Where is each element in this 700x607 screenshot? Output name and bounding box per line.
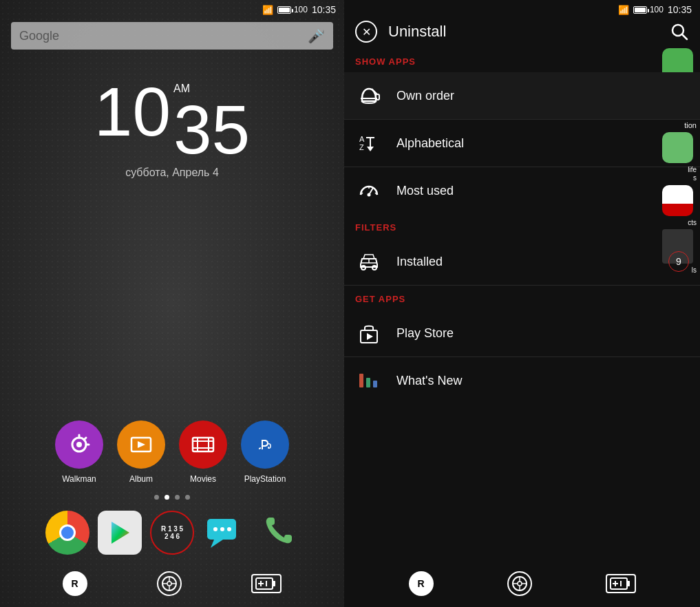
battery-indicator-left: 100	[277, 5, 308, 14]
signal-icon: 📶	[262, 5, 273, 15]
close-icon: ✕	[362, 25, 371, 39]
installed-badge: 9	[668, 251, 689, 272]
menu-item-most-used[interactable]: Most used	[344, 167, 700, 214]
svg-point-52	[518, 582, 522, 586]
svg-rect-50	[373, 381, 377, 387]
header-title: Uninstall	[388, 23, 659, 41]
menu-item-own-order[interactable]: Own order	[344, 72, 700, 119]
page-dot-4	[185, 495, 190, 500]
nav-r-button-right[interactable]: R	[409, 571, 434, 596]
right-panel: tion lifes cts ls 📶 100 10:35 ✕ Uninstal…	[344, 0, 700, 607]
svg-point-16	[220, 527, 224, 531]
battery-percent-right: 100	[650, 5, 664, 14]
svg-marker-47	[367, 333, 373, 340]
menu-item-own-order-label: Own order	[396, 89, 689, 103]
page-dot-1	[154, 495, 159, 500]
svg-point-19	[167, 582, 171, 586]
car-icon	[355, 248, 383, 275]
nav-battery-left[interactable]	[251, 574, 282, 593]
app-movies-label: Movies	[190, 474, 216, 484]
nav-r-button-left[interactable]: R	[63, 571, 87, 596]
nav-steering-left[interactable]	[157, 571, 182, 596]
svg-rect-32	[376, 94, 379, 100]
app-album-label: Album	[129, 474, 153, 484]
search-button[interactable]	[670, 22, 689, 41]
svg-rect-25	[273, 581, 275, 586]
mic-icon[interactable]: 🎤	[308, 28, 325, 44]
clock-date: суббота, Апрель 4	[125, 167, 219, 179]
page-dot-2	[165, 495, 169, 500]
status-bar-right: 📶 100 10:35	[344, 0, 700, 15]
menu-item-installed[interactable]: Installed 9	[344, 238, 700, 285]
svg-rect-7	[193, 438, 213, 451]
time-right: 10:35	[668, 4, 692, 15]
svg-marker-14	[211, 540, 223, 548]
search-bar[interactable]: Google 🎤	[11, 22, 333, 50]
svg-marker-36	[367, 147, 374, 151]
close-button[interactable]: ✕	[355, 21, 377, 43]
clock-widget: 10 AM 35 суббота, Апрель 4	[0, 56, 344, 407]
right-header: ✕ Uninstall	[344, 15, 700, 48]
bottom-nav-left: R	[0, 564, 344, 607]
app-playstation-label: PlayStation	[244, 474, 286, 484]
search-placeholder: Google	[19, 29, 308, 43]
app-album[interactable]: Album	[117, 420, 165, 484]
bag-icon	[355, 319, 383, 347]
helmet-icon	[355, 82, 383, 109]
clock-display: 10 AM 35	[94, 77, 250, 164]
app-walkman-label: Walkman	[62, 474, 96, 484]
svg-text:A: A	[359, 135, 365, 143]
svg-line-3	[84, 438, 86, 440]
installed-count: 9	[676, 256, 681, 267]
gear-text: R 1 3 52 4 6	[161, 525, 183, 540]
section-filters: FILTERS	[344, 214, 700, 238]
svg-rect-48	[359, 374, 363, 387]
dock-chat[interactable]	[202, 511, 246, 555]
menu-item-whats-new[interactable]: What's New	[344, 357, 700, 404]
svg-rect-49	[366, 378, 370, 387]
svg-point-15	[213, 527, 218, 531]
menu-item-most-used-label: Most used	[396, 184, 689, 198]
bars-icon	[355, 367, 383, 394]
section-get-apps: GET APPS	[344, 286, 700, 310]
menu-item-whats-new-label: What's New	[396, 374, 689, 388]
menu-item-installed-label: Installed	[396, 255, 655, 269]
menu-item-play-store[interactable]: Play Store	[344, 310, 700, 356]
menu-item-alphabetical-label: Alphabetical	[396, 136, 689, 151]
left-panel: 📶 100 10:35 Google 🎤 10 AM 35 суббота, А…	[0, 0, 344, 607]
svg-marker-12	[112, 522, 129, 544]
clock-minute: 35	[173, 95, 250, 164]
clock-hour: 10	[94, 77, 171, 146]
svg-point-1	[76, 442, 82, 447]
app-playstation[interactable]: PlayStation	[241, 420, 289, 484]
svg-line-30	[682, 34, 687, 39]
nav-steering-right[interactable]	[507, 571, 532, 596]
svg-point-38	[368, 193, 371, 197]
dock-gear-app[interactable]: R 1 3 52 4 6	[150, 511, 194, 555]
bottom-nav-right: R	[344, 564, 700, 607]
dock-playstore[interactable]	[98, 511, 142, 555]
speedometer-icon	[355, 177, 383, 204]
status-bar-left: 📶 100 10:35	[0, 0, 344, 15]
svg-rect-58	[627, 581, 630, 586]
time-left: 10:35	[312, 4, 336, 15]
app-grid: Walkman Album Movies	[0, 407, 344, 491]
nav-battery-right[interactable]	[606, 574, 636, 593]
battery-indicator-right: 100	[633, 5, 664, 14]
az-sort-icon: A Z	[355, 129, 383, 157]
svg-text:Z: Z	[359, 143, 364, 151]
app-movies[interactable]: Movies	[179, 420, 227, 484]
page-dot-3	[175, 495, 180, 500]
menu-item-alphabetical[interactable]: A Z Alphabetical	[344, 120, 700, 167]
dock-chrome[interactable]	[45, 511, 89, 555]
svg-point-17	[227, 527, 231, 531]
app-walkman[interactable]: Walkman	[55, 420, 103, 484]
battery-percent-left: 100	[294, 5, 308, 14]
menu-item-play-store-label: Play Store	[396, 326, 689, 341]
signal-icon-right: 📶	[618, 5, 629, 15]
svg-marker-6	[138, 441, 145, 448]
section-show-apps: SHOW APPS	[344, 48, 700, 72]
dock-phone[interactable]	[255, 511, 299, 555]
page-dots	[0, 491, 344, 504]
dock-row: R 1 3 52 4 6	[0, 504, 344, 564]
